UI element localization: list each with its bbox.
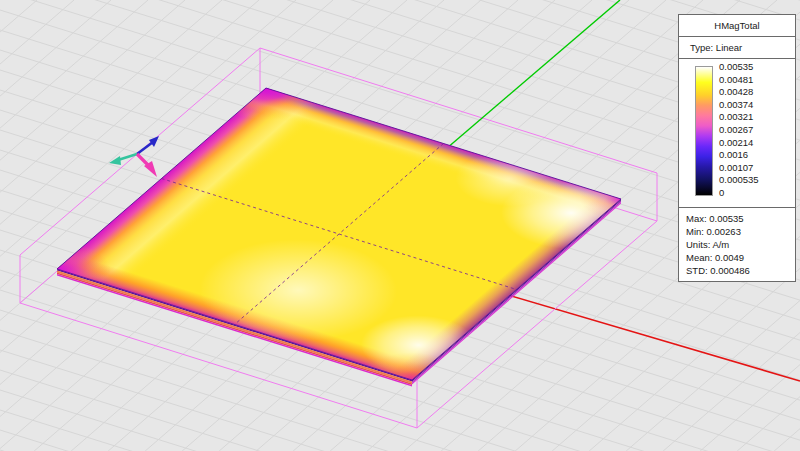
colorbar-tick: 0.00107: [719, 163, 759, 173]
field-scale-legend[interactable]: HMagTotal Type: Linear 0.00535 0.00481 0…: [678, 14, 796, 282]
3d-model-viewport[interactable]: HMagTotal Type: Linear 0.00535 0.00481 0…: [0, 0, 800, 451]
colorbar-tick: 0.00535: [719, 62, 759, 72]
colorbar-tick: 0.00267: [719, 125, 759, 135]
legend-statistics: Max: 0.00535 Min: 0.00263 Units: A/m Mea…: [679, 208, 795, 281]
colorbar-gradient: [695, 66, 713, 196]
stat-min: Min: 0.00263: [686, 225, 795, 238]
stat-mean: Mean: 0.0049: [686, 251, 795, 264]
colorbar-tick: 0.00214: [719, 138, 759, 148]
colorbar-tick: 0.00428: [719, 87, 759, 97]
colorbar-tick: 0.00481: [719, 75, 759, 85]
stat-units: Units: A/m: [686, 238, 795, 251]
legend-title: HMagTotal: [679, 15, 795, 37]
legend-colorbar-section: 0.00535 0.00481 0.00428 0.00374 0.00321 …: [679, 59, 795, 208]
colorbar-tick: 0.00321: [719, 112, 759, 122]
colorbar-tick-labels: 0.00535 0.00481 0.00428 0.00374 0.00321 …: [719, 62, 759, 198]
colorbar-tick: 0.00374: [719, 100, 759, 110]
stat-max: Max: 0.00535: [686, 212, 795, 225]
colorbar-tick: 0.000535: [719, 175, 759, 185]
colorbar-tick: 0: [719, 188, 759, 198]
legend-scale-type: Type: Linear: [679, 37, 795, 59]
stat-std: STD: 0.000486: [686, 264, 795, 277]
colorbar-tick: 0.0016: [719, 150, 759, 160]
